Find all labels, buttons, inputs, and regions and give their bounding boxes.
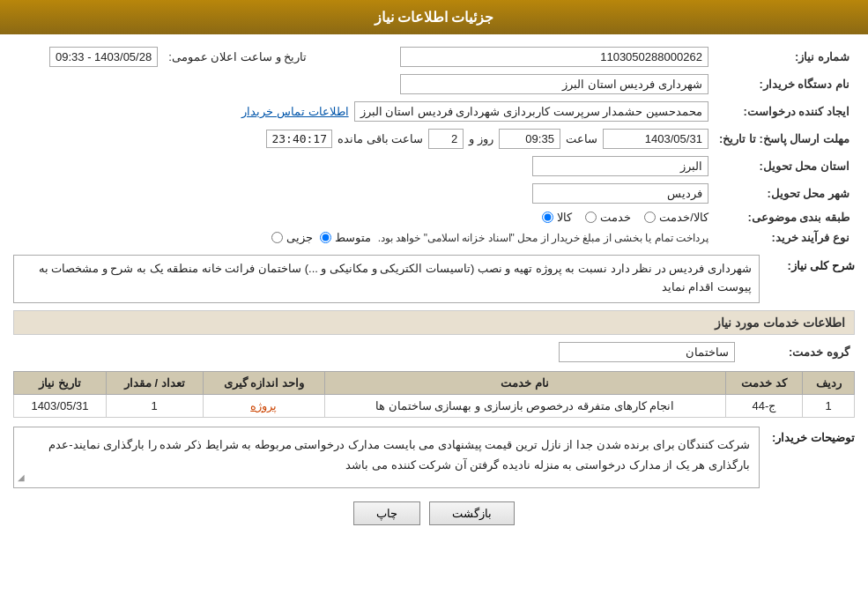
process-type-juzii-label: جزیی bbox=[286, 231, 313, 244]
need-desc-section: شرح کلی نیاز: شهرداری فردیس در نظر دارد … bbox=[13, 255, 855, 303]
page-header: جزئیات اطلاعات نیاز bbox=[0, 0, 868, 34]
province-row: استان محل تحویل: البرز bbox=[13, 152, 855, 180]
process-type-row: نوع فرآیند خرید: پرداخت تمام یا بخشی از … bbox=[13, 227, 855, 248]
buyer-notes-section: توضیحات خریدار: شرکت کنندگان برای برنده … bbox=[13, 427, 855, 488]
province-value: البرز bbox=[13, 152, 714, 180]
buyer-notes-value: شرکت کنندگان برای برنده شدن جدا از نازل … bbox=[13, 427, 760, 488]
service-group-value: ساختمان bbox=[13, 338, 740, 366]
subject-kala-label: کالا bbox=[557, 211, 572, 224]
process-type-note: پرداخت تمام یا بخشی از مبلغ خریدار از مح… bbox=[378, 232, 708, 244]
city-row: شهر محل تحویل: فردیس bbox=[13, 180, 855, 207]
col-date: تاریخ نیاز bbox=[14, 372, 107, 395]
city-value: فردیس bbox=[13, 180, 714, 207]
buyer-org-value: شهرداری فردیس استان البرز bbox=[13, 71, 714, 98]
page-title: جزئیات اطلاعات نیاز bbox=[375, 10, 494, 25]
process-type-juzii[interactable]: جزیی bbox=[271, 231, 313, 244]
announce-label-text: تاریخ و ساعت اعلان عمومی: bbox=[168, 50, 307, 63]
subject-kala-khedmat-radio[interactable] bbox=[644, 212, 656, 223]
deadline-time-input: 09:35 bbox=[499, 129, 560, 149]
service-group-table: گروه خدمت: ساختمان bbox=[13, 338, 855, 366]
subject-option-kala[interactable]: کالا bbox=[542, 211, 572, 224]
back-button[interactable]: بازگشت bbox=[429, 501, 515, 525]
subject-kala-khedmat-label: کالا/خدمت bbox=[659, 211, 708, 224]
resize-handle: ◢ bbox=[18, 470, 25, 486]
cell-quantity: 1 bbox=[106, 395, 203, 418]
col-row-num: ردیف bbox=[803, 372, 855, 395]
services-section-title: اطلاعات خدمات مورد نیاز bbox=[13, 310, 855, 335]
deadline-label: مهلت ارسال پاسخ: تا تاریخ: bbox=[714, 125, 855, 152]
service-group-input: ساختمان bbox=[559, 342, 735, 362]
city-input: فردیس bbox=[532, 183, 708, 204]
process-type-mutawassit[interactable]: متوسط bbox=[320, 231, 371, 244]
need-desc-value: شهرداری فردیس در نظر دارد نسبت به پروژه … bbox=[13, 255, 760, 303]
need-number-row: شماره نیاز: 1103050288000262 تاریخ و ساع… bbox=[13, 43, 855, 71]
subject-option-kala-khedmat[interactable]: کالا/خدمت bbox=[644, 211, 708, 224]
col-service-name: نام خدمت bbox=[324, 372, 725, 395]
requester-input: محمدحسین حشمدار سرپرست کاربردازی شهرداری… bbox=[354, 101, 708, 122]
process-type-value: پرداخت تمام یا بخشی از مبلغ خریدار از مح… bbox=[13, 227, 714, 248]
remaining-time-label: ساعت باقی مانده bbox=[338, 132, 423, 145]
time-label: ساعت bbox=[566, 132, 597, 145]
province-label: استان محل تحویل: bbox=[714, 152, 855, 180]
main-content: شماره نیاز: 1103050288000262 تاریخ و ساع… bbox=[0, 34, 868, 547]
print-button[interactable]: چاپ bbox=[353, 501, 420, 525]
announce-date-value: 1403/05/28 - 09:33 bbox=[13, 43, 163, 71]
col-unit: واحد اندازه گیری bbox=[203, 372, 324, 395]
subject-label: طبقه بندی موضوعی: bbox=[714, 207, 855, 227]
province-input: البرز bbox=[532, 156, 708, 176]
services-table-header-row: ردیف کد خدمت نام خدمت واحد اندازه گیری ت… bbox=[14, 372, 855, 395]
table-row: 1ج-44انجام کارهای متفرقه درخصوص بازسازی … bbox=[14, 395, 855, 418]
col-service-code: کد خدمت bbox=[725, 372, 803, 395]
requester-contact-link[interactable]: اطلاعات تماس خریدار bbox=[241, 105, 348, 118]
services-table: ردیف کد خدمت نام خدمت واحد اندازه گیری ت… bbox=[13, 371, 855, 418]
subject-value: کالا/خدمت خدمت کالا bbox=[13, 207, 714, 227]
subject-khedmat-radio[interactable] bbox=[585, 212, 597, 223]
announce-date-label: تاریخ و ساعت اعلان عمومی: bbox=[163, 43, 312, 71]
subject-option-khedmat[interactable]: خدمت bbox=[585, 211, 631, 224]
process-type-juzii-radio[interactable] bbox=[271, 232, 283, 243]
days-label: روز و bbox=[469, 132, 493, 145]
need-desc-label: شرح کلی نیاز: bbox=[767, 255, 855, 272]
city-label: شهر محل تحویل: bbox=[714, 180, 855, 207]
need-number-input: 1103050288000262 bbox=[400, 47, 708, 67]
cell-service_name: انجام کارهای متفرقه درخصوص بازسازی و بهس… bbox=[324, 395, 725, 418]
col-quantity: تعداد / مقدار bbox=[106, 372, 203, 395]
subject-khedmat-label: خدمت bbox=[600, 211, 631, 224]
cell-service_code: ج-44 bbox=[725, 395, 803, 418]
buyer-org-label: نام دستگاه خریدار: bbox=[714, 71, 855, 98]
buyer-org-input: شهرداری فردیس استان البرز bbox=[400, 74, 708, 94]
main-info-table: شماره نیاز: 1103050288000262 تاریخ و ساع… bbox=[13, 43, 855, 248]
requester-value: محمدحسین حشمدار سرپرست کاربردازی شهرداری… bbox=[13, 98, 714, 125]
deadline-days-input: 2 bbox=[428, 129, 464, 149]
subject-row: طبقه بندی موضوعی: کالا/خدمت خدمت کالا bbox=[13, 207, 855, 227]
deadline-value: 1403/05/31 ساعت 09:35 روز و 2 ساعت باقی … bbox=[13, 125, 714, 152]
service-group-row: گروه خدمت: ساختمان bbox=[13, 338, 855, 366]
page-wrapper: جزئیات اطلاعات نیاز شماره نیاز: 11030502… bbox=[0, 0, 868, 609]
subject-kala-radio[interactable] bbox=[542, 212, 553, 223]
cell-unit: پروژه bbox=[203, 395, 324, 418]
buyer-notes-text: شرکت کنندگان برای برنده شدن جدا از نازل … bbox=[48, 438, 750, 472]
need-number-value: 1103050288000262 bbox=[312, 43, 714, 71]
remaining-time-input: 23:40:17 bbox=[266, 130, 332, 148]
cell-row_num: 1 bbox=[803, 395, 855, 418]
process-type-mutawassit-label: متوسط bbox=[335, 231, 371, 244]
process-type-label: نوع فرآیند خرید: bbox=[714, 227, 855, 248]
buyer-org-row: نام دستگاه خریدار: شهرداری فردیس استان ا… bbox=[13, 71, 855, 98]
requester-label: ایجاد کننده درخواست: bbox=[714, 98, 855, 125]
announce-date-input: 1403/05/28 - 09:33 bbox=[49, 47, 158, 67]
deadline-date-input: 1403/05/31 bbox=[603, 129, 708, 149]
service-group-label: گروه خدمت: bbox=[740, 338, 855, 366]
subject-radio-group: کالا/خدمت خدمت کالا bbox=[19, 211, 708, 224]
deadline-row: مهلت ارسال پاسخ: تا تاریخ: 1403/05/31 سا… bbox=[13, 125, 855, 152]
action-buttons: بازگشت چاپ bbox=[13, 501, 855, 525]
need-number-label: شماره نیاز: bbox=[714, 43, 855, 71]
buyer-notes-label: توضیحات خریدار: bbox=[767, 427, 855, 444]
process-type-mutawassit-radio[interactable] bbox=[320, 232, 331, 243]
requester-row: ایجاد کننده درخواست: محمدحسین حشمدار سرپ… bbox=[13, 98, 855, 125]
cell-date: 1403/05/31 bbox=[14, 395, 107, 418]
